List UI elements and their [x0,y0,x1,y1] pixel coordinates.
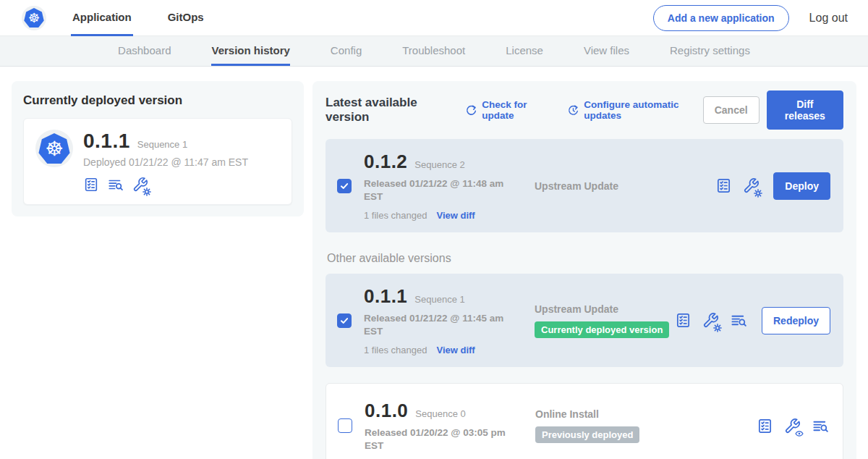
deployed-version-number: 0.1.1 [83,130,130,153]
files-changed-label: 1 files changed [364,210,427,221]
sequence-label: Sequence 0 [415,408,465,419]
preflight-checks-icon[interactable] [757,418,773,434]
previously-deployed-badge: Previously deployed [535,426,639,443]
version-row-0-1-0: 0.1.0 Sequence 0 Released 01/20/22 @ 03:… [326,383,843,459]
gear-icon [754,188,762,196]
deployed-sequence-label: Sequence 1 [137,139,187,150]
version-source-label: Online Install [535,408,757,420]
edit-config-icon[interactable] [702,312,719,329]
diff-releases-button[interactable]: Diff releases [767,90,843,130]
deploy-logs-icon[interactable] [107,177,124,193]
tab-troubleshoot[interactable]: Troubleshoot [402,36,465,66]
tab-license[interactable]: License [506,36,543,66]
configure-automatic-updates-link[interactable]: Configure automatic updates [567,99,702,121]
add-new-application-button[interactable]: Add a new application [653,5,789,31]
schedule-update-icon [567,104,579,117]
version-number: 0.1.2 [364,151,407,173]
logout-link[interactable]: Log out [809,12,848,25]
top-nav-tabs: Application GitOps [71,0,239,36]
sequence-label: Sequence 2 [414,159,464,170]
latest-available-title: Latest available version [326,96,449,125]
other-available-versions-label: Other available versions [327,252,842,265]
check-for-update-link[interactable]: Check for update [465,99,551,121]
version-checkbox[interactable] [337,179,352,193]
tab-view-files[interactable]: View files [584,36,629,66]
tab-version-history[interactable]: Version history [211,36,289,66]
gear-icon [713,322,722,331]
released-timestamp: Released 01/21/22 @ 11:45 am EST [364,312,507,337]
version-history-panel: Latest available version Check for updat… [312,81,856,459]
view-diff-link[interactable]: View diff [436,345,475,355]
deploy-button[interactable]: Deploy [773,172,830,200]
deploy-logs-icon[interactable] [730,312,748,329]
refresh-icon [465,104,477,117]
version-source-label: Upstream Update [535,180,715,192]
currently-deployed-title: Currently deployed version [23,93,292,108]
currently-deployed-badge: Currently deployed version [535,321,669,338]
tab-gitops[interactable]: GitOps [166,0,205,36]
sequence-label: Sequence 1 [414,294,464,305]
view-diff-link[interactable]: View diff [436,210,475,221]
preflight-checks-icon[interactable] [715,177,732,194]
deployed-timestamp: Deployed 01/21/22 @ 11:47 am EST [83,156,248,168]
redeploy-button[interactable]: Redeploy [762,307,830,334]
version-row-0-1-2: 0.1.2 Sequence 2 Released 01/21/22 @ 11:… [326,139,843,232]
version-source-label: Upstream Update [535,303,675,315]
tab-config[interactable]: Config [331,36,362,66]
tab-registry-settings[interactable]: Registry settings [670,36,750,66]
released-timestamp: Released 01/21/22 @ 11:48 am EST [364,177,507,203]
tab-dashboard[interactable]: Dashboard [118,36,171,66]
preflight-checks-icon[interactable] [675,312,692,329]
files-changed-label: 1 files changed [364,345,427,355]
version-row-0-1-1: 0.1.1 Sequence 1 Released 01/21/22 @ 11:… [326,274,843,367]
eye-icon [795,428,804,437]
released-timestamp: Released 01/20/22 @ 03:05 pm EST [365,426,508,452]
gear-icon [142,186,151,195]
version-checkbox[interactable] [338,418,352,433]
app-kubernetes-icon: ☸ [35,130,73,167]
view-config-icon[interactable] [784,418,801,434]
edit-config-icon[interactable] [132,177,148,193]
cancel-button[interactable]: Cancel [703,96,760,124]
version-number: 0.1.1 [364,285,407,308]
top-navigation: ☸ Application GitOps Add a new applicati… [0,0,868,36]
version-number: 0.1.0 [365,400,408,422]
tab-application[interactable]: Application [71,0,133,36]
preflight-checks-icon[interactable] [83,177,99,193]
currently-deployed-panel: Currently deployed version ☸ 0.1.1 Seque… [12,81,304,216]
deploy-logs-icon[interactable] [812,418,830,434]
edit-config-icon[interactable] [743,177,760,194]
app-sub-navigation: Dashboard Version history Config Trouble… [0,36,868,67]
kubernetes-logo-icon: ☸ [22,6,46,30]
deployed-version-card: ☸ 0.1.1 Sequence 1 Deployed 01/21/22 @ 1… [23,118,292,205]
version-checkbox[interactable] [337,313,352,328]
